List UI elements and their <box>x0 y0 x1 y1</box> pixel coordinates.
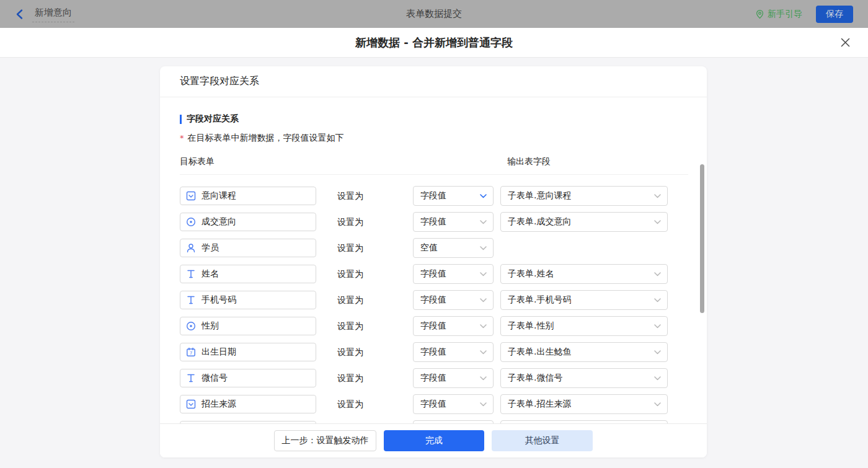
location-pin-icon <box>755 9 764 19</box>
chevron-down-icon <box>480 220 487 224</box>
value-mode-dropdown[interactable]: 字段值 <box>413 368 494 388</box>
mapping-row: 学员 设置为 空值 <box>180 236 707 262</box>
target-field-box: 微信号 <box>180 369 316 387</box>
value-mode-selected: 空值 <box>420 242 438 254</box>
target-field-box: 出生日期 <box>180 343 316 361</box>
chevron-down-icon <box>480 350 487 355</box>
value-mode-selected: 字段值 <box>420 294 446 306</box>
output-field-selected: 子表单.成交意向 <box>508 216 571 227</box>
value-mode-selected: 字段值 <box>420 268 446 280</box>
select-icon <box>186 191 196 201</box>
modal-header: 新增数据 - 合并新增到普通字段 <box>0 28 868 58</box>
chevron-left-icon <box>15 9 24 20</box>
output-field-selected: 子表单.微信号 <box>508 373 562 384</box>
target-field-box: 手机号码 <box>180 291 316 309</box>
target-field-box: 成交意向 <box>180 213 316 231</box>
output-field-dropdown[interactable]: 子表单.手机号码 <box>500 290 668 310</box>
output-field-dropdown[interactable] <box>500 420 668 423</box>
column-header-target-form: 目标表单 <box>180 156 215 167</box>
mapping-row <box>180 418 707 423</box>
target-field-label: 成交意向 <box>202 216 236 227</box>
date-icon <box>186 347 196 357</box>
chevron-down-icon <box>654 298 661 302</box>
value-mode-dropdown[interactable]: 字段值 <box>413 212 494 232</box>
modal-title: 新增数据 - 合并新增到普通字段 <box>355 35 513 50</box>
output-field-dropdown[interactable]: 子表单.性别 <box>500 316 668 336</box>
output-field-dropdown[interactable]: 子表单.招生来源 <box>500 394 668 414</box>
output-field-dropdown[interactable]: 子表单.微信号 <box>500 368 668 388</box>
target-field-label: 手机号码 <box>202 294 236 306</box>
set-as-label: 设置为 <box>337 269 363 280</box>
output-field-dropdown[interactable]: 子表单.出生鲶鱼 <box>500 342 668 362</box>
mapping-row: 出生日期 设置为 字段值 子表单.出生鲶鱼 <box>180 340 707 366</box>
chevron-down-icon <box>654 272 661 276</box>
target-field-label: 学员 <box>202 242 219 254</box>
set-as-label: 设置为 <box>337 295 363 306</box>
mapping-rows: 意向课程 设置为 字段值 子表单.意向课程 成交意向 设置为 字段值 <box>180 183 707 423</box>
output-field-dropdown[interactable]: 子表单.意向课程 <box>500 186 668 206</box>
output-field-dropdown[interactable]: 子表单.成交意向 <box>500 212 668 232</box>
value-mode-selected: 字段值 <box>420 399 446 410</box>
value-mode-dropdown[interactable]: 字段值 <box>413 342 494 362</box>
output-field-selected: 子表单.出生鲶鱼 <box>508 347 571 358</box>
output-field-selected: 子表单.手机号码 <box>508 294 571 306</box>
target-field-label: 招生来源 <box>202 399 236 410</box>
flow-name[interactable]: 新增意向 <box>32 6 74 22</box>
value-mode-selected: 字段值 <box>420 216 446 227</box>
chevron-down-icon <box>480 402 487 407</box>
output-field-dropdown[interactable]: 子表单.姓名 <box>500 264 668 284</box>
close-icon[interactable] <box>838 36 852 50</box>
mapping-row: 意向课程 设置为 字段值 子表单.意向课程 <box>180 183 707 210</box>
mapping-row: 手机号码 设置为 字段值 子表单.手机号码 <box>180 288 707 314</box>
chevron-down-icon <box>654 402 661 407</box>
radio-icon <box>186 217 196 227</box>
scrollbar-thumb[interactable] <box>700 164 704 313</box>
value-mode-dropdown[interactable]: 字段值 <box>413 186 494 206</box>
chevron-down-icon <box>654 376 661 381</box>
output-field-selected: 子表单.招生来源 <box>508 399 571 410</box>
target-field-label: 性别 <box>202 320 219 332</box>
section-note-text: 在目标表单中新增数据，字段值设置如下 <box>188 133 344 143</box>
set-as-label: 设置为 <box>337 399 363 410</box>
save-button[interactable]: 保存 <box>816 6 853 23</box>
previous-step-button[interactable]: 上一步：设置触发动作 <box>274 430 376 451</box>
select-icon <box>186 399 196 409</box>
chevron-down-icon <box>654 194 661 198</box>
chevron-down-icon <box>480 376 487 381</box>
value-mode-selected: 字段值 <box>420 320 446 332</box>
newbie-guide-link[interactable]: 新手引导 <box>755 9 802 20</box>
text-icon <box>186 295 196 305</box>
value-mode-selected: 字段值 <box>420 347 446 358</box>
chevron-down-icon <box>654 220 661 224</box>
modal-body: 设置字段对应关系 字段对应关系 *在目标表单中新增数据，字段值设置如下 目标表单… <box>0 58 868 468</box>
section-note: *在目标表单中新增数据，字段值设置如下 <box>180 133 707 144</box>
back-button[interactable] <box>15 9 24 20</box>
mapping-scroll-area: 字段对应关系 *在目标表单中新增数据，字段值设置如下 目标表单 输出表字段 意向… <box>160 97 707 423</box>
done-button[interactable]: 完成 <box>384 430 484 451</box>
target-field-label: 出生日期 <box>202 347 236 358</box>
target-field-label: 意向课程 <box>202 190 236 201</box>
value-mode-dropdown[interactable]: 字段值 <box>413 290 494 310</box>
value-mode-selected: 字段值 <box>420 190 446 201</box>
value-mode-dropdown[interactable]: 空值 <box>413 238 494 258</box>
target-field-box: 意向课程 <box>180 187 316 205</box>
value-mode-dropdown[interactable]: 字段值 <box>413 394 494 414</box>
card-footer: 上一步：设置触发动作 完成 其他设置 <box>160 423 707 457</box>
member-icon <box>186 243 196 253</box>
chevron-down-icon <box>480 194 487 198</box>
other-settings-button[interactable]: 其他设置 <box>492 430 593 451</box>
value-mode-dropdown[interactable]: 字段值 <box>413 264 494 284</box>
target-field-box: 性别 <box>180 317 316 335</box>
text-icon <box>186 373 196 383</box>
set-as-label: 设置为 <box>337 347 363 358</box>
value-mode-dropdown[interactable]: 字段值 <box>413 316 494 336</box>
target-field-label: 姓名 <box>202 268 219 280</box>
value-mode-dropdown[interactable] <box>413 420 494 423</box>
target-field-box: 学员 <box>180 239 316 257</box>
required-asterisk: * <box>180 133 184 143</box>
target-field-label: 微信号 <box>202 373 228 384</box>
section-accent-bar <box>180 115 182 124</box>
top-toolbar: 新增意向 表单数据提交 新手引导 保存 <box>0 0 868 28</box>
chevron-down-icon <box>654 324 661 329</box>
mapping-row: 成交意向 设置为 字段值 子表单.成交意向 <box>180 210 707 236</box>
